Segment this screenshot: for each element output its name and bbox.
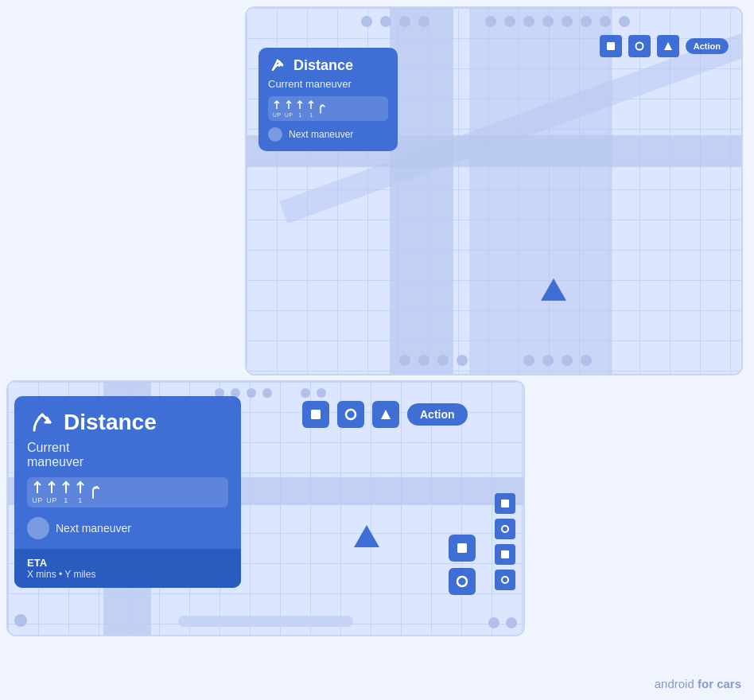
watermark-brand: for cars [698, 677, 741, 690]
maneuver-top: Current maneuver [268, 78, 388, 90]
lane-bottom-up2: UP [46, 480, 57, 504]
next-dot-bottom [27, 517, 49, 539]
svg-point-9 [502, 577, 508, 583]
action-button-large[interactable]: Action [686, 38, 729, 54]
lane-up2: UP [285, 99, 293, 118]
small-bottom-dots-right [488, 617, 517, 628]
lane-1b: 1 [307, 99, 315, 118]
triangle-button-small[interactable] [372, 401, 399, 428]
small-route-controls [449, 535, 476, 595]
dot [562, 355, 573, 366]
next-dot-top [268, 127, 282, 142]
next-label-top: Next maneuver [289, 129, 353, 140]
small-bottom-pill [178, 616, 353, 627]
svg-marker-5 [381, 410, 391, 419]
lane-bottom-up1: UP [32, 480, 43, 504]
maneuver-bottom: Currentmaneuver [27, 441, 228, 469]
svg-marker-2 [664, 42, 672, 50]
svg-rect-0 [607, 42, 615, 50]
next-maneuver-bottom: Next maneuver [27, 515, 228, 541]
svg-rect-6 [501, 500, 509, 508]
dot [418, 355, 429, 366]
small-top-controls: Action [302, 401, 468, 428]
turn-icon-top [268, 56, 287, 75]
eta-section: ETA X mins • Y miles [14, 549, 241, 588]
dot [619, 16, 630, 27]
svg-rect-10 [457, 543, 467, 553]
large-bottom-dots [247, 355, 744, 366]
dot [542, 355, 554, 366]
circle-button-small[interactable] [337, 401, 364, 428]
small-bottom-dots-left [14, 614, 27, 627]
dot [562, 16, 573, 27]
dot [485, 16, 496, 27]
svg-point-11 [457, 577, 467, 586]
svg-rect-3 [311, 410, 321, 419]
lanes-row-top: UP UP 1 1 [268, 96, 388, 121]
dot [523, 355, 534, 366]
route-circle-btn[interactable] [449, 568, 476, 595]
next-label-bottom: Next maneuver [56, 522, 131, 535]
dot [418, 16, 429, 27]
dot [457, 355, 468, 366]
side-circle-btn[interactable] [495, 519, 515, 539]
dot [581, 355, 592, 366]
dot [504, 16, 515, 27]
dot [523, 16, 534, 27]
large-top-dots [247, 16, 744, 27]
lane-bottom-turn [89, 485, 100, 500]
lane-bottom-1a: 1 [60, 480, 72, 504]
side-circle-btn2[interactable] [495, 570, 515, 590]
small-side-controls [495, 493, 515, 590]
nav-arrow-small [354, 525, 379, 547]
nav-arrow-large [541, 278, 566, 301]
turn-icon-bottom [27, 407, 57, 438]
svg-rect-8 [501, 550, 509, 558]
route-square-btn[interactable] [449, 535, 476, 562]
dot [380, 16, 391, 27]
lanes-row-bottom: UP UP 1 1 [27, 477, 228, 508]
svg-point-4 [346, 410, 356, 419]
lane-up1: UP [273, 99, 282, 118]
large-top-controls: Action [600, 35, 729, 57]
nav-card-main: Distance Currentmaneuver UP UP 1 1 [14, 396, 241, 549]
distance-bottom: Distance [64, 411, 157, 434]
watermark: android for cars [655, 677, 741, 690]
dot [437, 355, 449, 366]
eta-title: ETA [27, 557, 228, 569]
svg-point-1 [635, 43, 643, 50]
lane-1a: 1 [296, 99, 304, 118]
side-square-btn[interactable] [495, 493, 515, 514]
nav-card-bottom: Distance Currentmaneuver UP UP 1 1 [14, 396, 241, 588]
side-square-btn2[interactable] [495, 544, 515, 565]
dot [361, 16, 372, 27]
distance-top: Distance [293, 58, 353, 72]
triangle-button-large[interactable] [657, 35, 679, 57]
square-button-large[interactable] [600, 35, 622, 57]
dot [581, 16, 592, 27]
nav-card-top: Distance Current maneuver UP UP 1 1 Next… [258, 48, 398, 151]
dot [600, 16, 611, 27]
svg-point-7 [502, 526, 508, 532]
circle-button-large[interactable] [628, 35, 651, 57]
square-button-small[interactable] [302, 401, 329, 428]
dot [399, 16, 410, 27]
lane-bottom-1b: 1 [75, 480, 86, 504]
dot [399, 355, 410, 366]
next-maneuver-top: Next maneuver [268, 126, 388, 143]
lane-turn [318, 103, 326, 115]
eta-detail: X mins • Y miles [27, 569, 228, 580]
dot [542, 16, 554, 27]
action-button-small[interactable]: Action [407, 403, 468, 426]
